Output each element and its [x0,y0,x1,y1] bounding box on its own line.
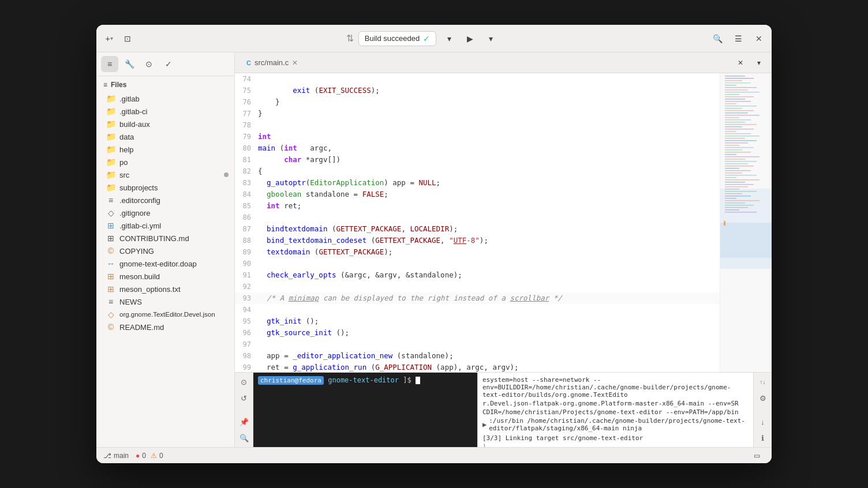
list-item[interactable]: 📁 subprojects [96,181,234,194]
svg-rect-25 [720,189,772,258]
list-item[interactable]: 📁 help [96,143,234,156]
tab-actions: ✕ ▾ [732,55,767,71]
tab-close-button[interactable]: ✕ [292,59,298,67]
run-dropdown-button[interactable]: ▾ [482,31,499,47]
tab-close-x-button[interactable]: ✕ [732,55,749,71]
list-item[interactable]: ⊞ .gitlab-ci.yml [96,219,234,232]
build-tab[interactable]: 🔧 [121,56,138,72]
svg-rect-34 [725,152,751,153]
terminal-icon-button[interactable]: ⊙ [237,375,251,389]
code-editor: 74 75 exit (EXIT_SUCCESS); 76 } [235,73,772,372]
build-status-text: Build succeeded [365,34,420,43]
warning-icon: ⚠ [151,452,157,460]
terminal-prompt-line: christian@fedora gnome-text-editor ]$ [258,376,473,384]
folder-icon: 📁 [106,170,116,179]
status-bar: ⎇ main ● 0 ⚠ 0 ▭ [96,447,772,463]
svg-rect-5 [725,87,757,88]
svg-rect-6 [725,89,748,91]
error-count-status[interactable]: ● 0 ⚠ 0 [136,452,163,460]
terminal-username: christian@fedora [258,376,324,385]
build-status-indicator[interactable]: Build succeeded ✓ [358,31,436,46]
add-button[interactable]: + ▾ [101,31,117,47]
svg-rect-54 [725,198,736,199]
file-name: build-aux [119,120,150,129]
plus-icon: + [105,34,110,43]
build-checkmark-icon: ✓ [423,34,430,43]
code-line: 94 [235,304,720,316]
list-item[interactable]: © README.md [96,321,234,333]
error-dot-icon: ● [136,452,140,460]
menu-button[interactable]: ☰ [730,31,746,47]
build-download-button[interactable]: ↓ [756,415,770,429]
code-content[interactable]: 74 75 exit (EXIT_SUCCESS); 76 } [235,73,720,372]
layout-toggle-button[interactable]: ⊡ [119,31,136,47]
list-item[interactable]: ≡ NEWS [96,295,234,308]
list-item[interactable]: ↔ gnome-text-editor.doap [96,257,234,270]
list-item[interactable]: 📁 data [96,130,234,143]
svg-rect-45 [725,177,736,178]
list-item[interactable]: 📁 .gitlab [96,92,234,105]
terminal-shell-panel: ⊙ ↺ 📌 🔍 christian@fedora gnome-text-edit… [235,373,477,447]
terminal-refresh-button[interactable]: ↺ [237,391,251,405]
build-info-button[interactable]: ℹ [756,431,770,445]
build-arrows-icon: ⇅ [346,33,354,44]
code-lines: 74 75 exit (EXIT_SUCCESS); 76 } [235,73,720,372]
terminal-shell-output[interactable]: christian@fedora gnome-text-editor ]$ [253,373,477,447]
svg-rect-0 [725,76,745,77]
code-line: 74 [235,73,720,85]
svg-rect-58 [725,207,748,208]
list-item[interactable]: 📁 build-aux [96,118,234,130]
svg-rect-9 [725,96,754,97]
editor-body: 74 75 exit (EXIT_SUCCESS); 76 } [235,73,772,447]
sidebar-title: ≡ Files [96,76,234,91]
run-tab[interactable]: ⊙ [140,56,158,72]
tab-expand-button[interactable]: ▾ [751,55,767,71]
svg-rect-19 [725,119,751,121]
branch-icon: ⎇ [103,452,111,460]
svg-rect-40 [725,166,754,167]
build-dropdown-button[interactable]: ▾ [441,31,457,47]
terminal-build-output[interactable]: esystem=host --share=network --env=BUILD… [477,373,753,447]
build-refresh-button[interactable]: ↑↓ [756,375,770,389]
main-window: + ▾ ⊡ ⇅ Build succeeded ✓ ▾ ▶ ▾ 🔍 ☰ ✕ [96,25,772,463]
folder-icon: 📁 [106,183,116,192]
file-name: help [119,145,134,154]
code-line: 92 [235,281,720,292]
tasks-tab[interactable]: ✓ [160,56,177,72]
file-name: org.gnome.TextEditor.Devel.json [119,311,215,318]
list-item[interactable]: ≡ .editorconfig [96,194,234,207]
file-name: README.md [119,323,164,332]
terminal-pin-button[interactable]: 📌 [237,415,251,429]
close-button[interactable]: ✕ [751,31,767,47]
files-tab[interactable]: ≡ [101,56,118,72]
editor-tab-main-c[interactable]: C src/main.c ✕ [240,56,305,69]
file-tree: 📁 .gitlab 📁 .gitlab-ci 📁 build-aux 📁 dat… [96,91,234,447]
build-output-line-3: CDIR=/home/christian/Projects/gnome-text… [482,408,749,416]
list-item[interactable]: ◇ .gitignore [96,207,234,219]
list-item[interactable]: 📁 .gitlab-ci [96,105,234,118]
editor-area: C src/main.c ✕ ✕ ▾ 74 [235,52,772,447]
code-line: 83 g_autoptr(EditorApplication) app = NU… [235,177,720,189]
file-name: meson_options.txt [119,285,181,294]
list-item[interactable]: ◇ org.gnome.TextEditor.Devel.json [96,308,234,321]
terminal-search-button[interactable]: 🔍 [237,431,251,445]
terminal-toggle-button[interactable]: ▭ [749,448,765,464]
list-item[interactable]: 📁 src [96,168,234,181]
search-button[interactable]: 🔍 [709,31,725,47]
code-line: 80 main (int argc, [235,142,720,154]
list-item[interactable]: ⊞ meson.build [96,270,234,283]
svg-rect-7 [725,92,760,93]
file-name: meson.build [119,272,160,281]
build-settings-button[interactable]: ⚙ [756,391,770,405]
terminal-project-name: gnome-text-editor [328,376,399,384]
header-center: ⇅ Build succeeded ✓ ▾ ▶ ▾ [136,31,709,47]
git-branch-status[interactable]: ⎇ main [103,452,129,460]
code-line: 81 char *argv[]) [235,154,720,166]
list-item[interactable]: ⊞ meson_options.txt [96,283,234,295]
list-item[interactable]: 📁 po [96,156,234,168]
run-button[interactable]: ▶ [462,31,478,47]
list-item[interactable]: ⊞ CONTRIBUTING.md [96,232,234,245]
list-item[interactable]: © COPYING [96,245,234,257]
file-name: src [119,171,129,179]
editor-tabs: C src/main.c ✕ ✕ ▾ [235,52,772,73]
